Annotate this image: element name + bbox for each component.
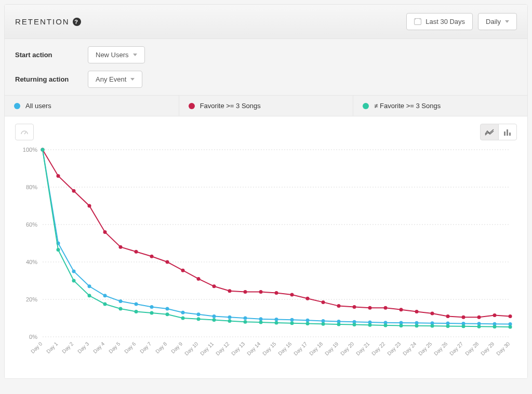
svg-point-126 <box>306 322 310 325</box>
svg-text:Day 21: Day 21 <box>355 340 370 356</box>
svg-point-110 <box>57 248 60 252</box>
svg-text:Day 28: Day 28 <box>464 340 480 356</box>
svg-point-131 <box>384 324 388 327</box>
svg-point-135 <box>446 324 450 328</box>
svg-point-115 <box>135 310 138 313</box>
legend-item-2[interactable]: ≠ Favorite >= 3 Songs <box>353 96 527 116</box>
legend-label: All users <box>25 102 51 110</box>
svg-point-139 <box>509 325 512 329</box>
svg-text:Day 27: Day 27 <box>448 340 464 356</box>
svg-text:Day 23: Day 23 <box>386 340 402 356</box>
svg-text:Day 16: Day 16 <box>277 340 292 356</box>
returning-action-select[interactable]: Any Event <box>88 71 142 88</box>
legend-dot <box>189 103 195 109</box>
svg-point-94 <box>290 293 294 297</box>
bar-chart-icon <box>503 128 512 136</box>
filter-row-returning: Returning action Any Event <box>15 71 517 88</box>
svg-point-62 <box>275 318 278 321</box>
svg-text:Day 18: Day 18 <box>308 340 324 356</box>
svg-text:0%: 0% <box>29 334 37 340</box>
svg-point-84 <box>135 250 138 254</box>
svg-point-123 <box>259 320 263 324</box>
chart-zone: 0%20%40%60%80%100%Day 0Day 1Day 2Day 3Da… <box>5 116 527 378</box>
panel-header: RETENTION ? Last 30 Days Daily <box>5 5 527 39</box>
line-chart-button[interactable] <box>480 124 499 140</box>
filter-row-start: Start action New Users <box>15 46 517 63</box>
svg-text:Day 17: Day 17 <box>292 340 308 356</box>
chevron-down-icon <box>133 54 137 56</box>
svg-point-88 <box>197 277 201 281</box>
returning-action-label: Returning action <box>15 75 77 83</box>
svg-text:Day 4: Day 4 <box>92 340 106 354</box>
svg-text:Day 14: Day 14 <box>246 340 261 356</box>
legend-bar: All usersFavorite >= 3 Songs≠ Favorite >… <box>5 96 527 116</box>
granularity-label: Daily <box>486 18 501 25</box>
svg-text:Day 7: Day 7 <box>139 340 153 354</box>
svg-point-63 <box>290 318 294 322</box>
svg-point-136 <box>462 324 466 328</box>
chevron-down-icon <box>505 20 509 23</box>
legend-item-1[interactable]: Favorite >= 3 Songs <box>179 96 354 116</box>
svg-point-101 <box>400 308 403 311</box>
svg-text:Day 29: Day 29 <box>480 340 495 356</box>
chart-type-toggle <box>481 124 517 140</box>
svg-text:80%: 80% <box>26 184 37 190</box>
svg-point-98 <box>353 305 356 309</box>
svg-point-51 <box>103 294 107 297</box>
legend-item-0[interactable]: All users <box>5 96 179 116</box>
svg-point-81 <box>88 204 91 208</box>
svg-text:Day 22: Day 22 <box>370 340 386 356</box>
svg-point-49 <box>72 270 76 273</box>
svg-point-127 <box>322 322 325 326</box>
svg-point-118 <box>181 317 185 320</box>
svg-point-54 <box>150 305 154 309</box>
svg-point-130 <box>368 323 372 327</box>
svg-point-82 <box>103 230 107 234</box>
svg-point-104 <box>446 314 450 318</box>
bar-chart-button[interactable] <box>498 124 517 140</box>
svg-text:Day 26: Day 26 <box>433 340 448 356</box>
svg-point-111 <box>72 279 76 283</box>
svg-text:Day 13: Day 13 <box>230 340 246 356</box>
svg-text:20%: 20% <box>26 296 37 303</box>
svg-line-0 <box>24 132 26 134</box>
svg-text:Day 20: Day 20 <box>339 340 355 356</box>
svg-point-107 <box>493 313 497 317</box>
svg-rect-1 <box>504 132 506 136</box>
date-range-label: Last 30 Days <box>425 18 465 25</box>
svg-text:Day 0: Day 0 <box>30 340 44 354</box>
start-action-select[interactable]: New Users <box>88 46 145 63</box>
legend-label: Favorite >= 3 Songs <box>200 102 261 110</box>
svg-point-92 <box>259 290 263 294</box>
date-range-button[interactable]: Last 30 Days <box>406 13 473 30</box>
svg-text:Day 11: Day 11 <box>199 340 215 356</box>
svg-point-102 <box>415 310 419 313</box>
dashboard-icon-button[interactable] <box>15 124 34 140</box>
help-icon[interactable]: ? <box>73 18 81 26</box>
svg-point-121 <box>228 319 232 323</box>
svg-point-60 <box>244 317 247 320</box>
svg-text:Day 30: Day 30 <box>495 340 511 356</box>
svg-point-93 <box>275 291 278 295</box>
page-title: RETENTION ? <box>15 17 81 26</box>
retention-chart: 0%20%40%60%80%100%Day 0Day 1Day 2Day 3Da… <box>10 145 522 368</box>
granularity-select[interactable]: Daily <box>478 13 517 30</box>
svg-point-64 <box>306 319 310 322</box>
svg-text:Day 9: Day 9 <box>170 340 184 354</box>
svg-point-116 <box>150 311 154 314</box>
svg-text:Day 3: Day 3 <box>76 340 90 354</box>
svg-point-133 <box>415 324 419 327</box>
svg-point-56 <box>181 311 185 314</box>
svg-point-106 <box>477 316 481 319</box>
svg-point-61 <box>259 317 263 321</box>
svg-rect-3 <box>509 133 511 136</box>
svg-text:Day 6: Day 6 <box>123 340 137 354</box>
retention-panel: RETENTION ? Last 30 Days Daily Start act… <box>4 4 528 379</box>
svg-text:Day 12: Day 12 <box>215 340 230 356</box>
start-action-label: Start action <box>15 51 77 59</box>
svg-point-117 <box>166 312 169 316</box>
svg-point-105 <box>462 316 466 319</box>
svg-point-122 <box>244 320 247 324</box>
svg-point-96 <box>322 300 325 304</box>
svg-text:Day 24: Day 24 <box>402 340 417 356</box>
